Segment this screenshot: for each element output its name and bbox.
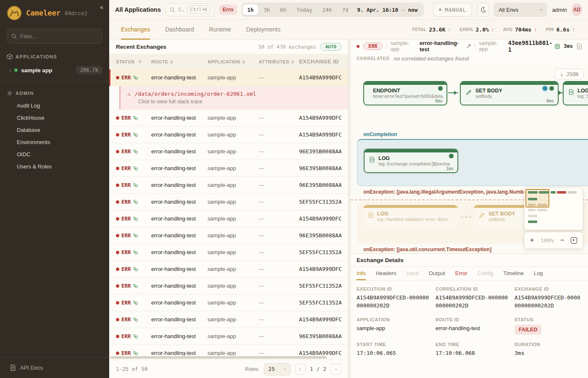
field-label: DURATION: [514, 342, 582, 347]
details-tab[interactable]: Headers: [376, 267, 396, 280]
trace-icon: [133, 75, 138, 80]
stats-bar: TOTAL 23.6K ↑ ERR% 2.0% ↑ AVG 704ms ↑ P9…: [412, 20, 576, 39]
route-flow-canvas[interactable]: ↓ JSON ENDPOINT timer:errorTest?period=5…: [351, 64, 588, 253]
download-json-button[interactable]: ↓ JSON: [555, 68, 584, 80]
table-row[interactable]: ERR error-handling-test sample-app — A15…: [109, 261, 348, 278]
table-row[interactable]: ERR error-handling-test sample-app — 5EF…: [109, 194, 348, 210]
details-tab[interactable]: Timeline: [503, 267, 524, 280]
exchange-id-cell: 5EF55FC31352A: [299, 199, 341, 205]
auto-refresh-badge[interactable]: AUTO: [320, 43, 342, 51]
chevron-right-icon[interactable]: ›: [9, 67, 11, 74]
zoom-out-button[interactable]: −: [560, 237, 564, 244]
environment-select[interactable]: All Envs ▾: [494, 3, 547, 17]
field-label: EXCHANGE ID: [514, 286, 582, 291]
debug-dot[interactable]: [543, 86, 547, 91]
stat-label: TOTAL: [412, 27, 426, 32]
fit-view-button[interactable]: [571, 237, 577, 244]
table-row[interactable]: ERR error-handling-test sample-app — 96E…: [109, 160, 348, 177]
column-status[interactable]: STATUS⇅: [116, 59, 151, 64]
nav-tab[interactable]: Dashboard: [165, 20, 194, 39]
detail-field: EXECUTION ID A154B9A999DFCED-00000000000…: [357, 286, 436, 310]
detail-route[interactable]: error-handling-test: [420, 40, 471, 52]
column-attributes[interactable]: ATTRIBUTES⇅: [259, 59, 299, 64]
table-row[interactable]: ERR error-handling-test sample-app — A15…: [109, 110, 348, 126]
api-docs-link[interactable]: API Docs: [0, 357, 109, 378]
dark-mode-toggle[interactable]: [477, 3, 489, 17]
details-tab[interactable]: Error: [455, 267, 467, 280]
nav-tab[interactable]: Runtime: [209, 20, 231, 39]
document-icon[interactable]: [577, 43, 582, 50]
avatar[interactable]: AD: [572, 3, 582, 16]
scrollbar-thumb[interactable]: [110, 356, 327, 359]
zoom-in-button[interactable]: +: [530, 237, 534, 244]
time-range-button[interactable]: 3h: [259, 5, 275, 15]
collapse-sidebar-icon[interactable]: «: [100, 3, 103, 10]
node-title: ENDPOINT: [373, 88, 443, 94]
table-row[interactable]: ERR error-handling-test sample-app — A15…: [109, 126, 348, 143]
sidebar-admin-item[interactable]: Environments: [0, 136, 109, 148]
table-row-selected[interactable]: ERR error-handling-test sample-app — A15…: [109, 69, 348, 86]
time-range-button[interactable]: 24h: [318, 5, 337, 15]
column-exchange-id[interactable]: EXCHANGE ID: [299, 58, 341, 65]
time-range-button[interactable]: 7d: [337, 5, 353, 15]
time-range-button[interactable]: 1h: [243, 5, 258, 15]
table-row[interactable]: ERR error-handling-test sample-app — 96E…: [109, 143, 348, 160]
column-application[interactable]: APPLICATION⇅: [207, 59, 259, 64]
trace-icon: [133, 149, 138, 154]
sidebar-admin-item[interactable]: Audit Log: [0, 100, 109, 112]
table-row[interactable]: ERR error-handling-test sample-app — 5EF…: [109, 244, 348, 261]
sidebar-admin-item[interactable]: OIDC: [0, 148, 109, 160]
horizontal-scrollbar[interactable]: [109, 356, 348, 360]
table-row[interactable]: ERR error-handling-test sample-app — A15…: [109, 311, 348, 328]
table-row[interactable]: ERR error-handling-test sample-app — A15…: [109, 210, 348, 227]
column-route[interactable]: ROUTE⇅: [151, 59, 207, 64]
flow-node-log[interactable]: LOG log: Sta: [563, 81, 588, 105]
global-search[interactable]: S… Ctrl+K: [165, 3, 215, 16]
table-row[interactable]: ERR error-handling-test sample-app — A15…: [109, 345, 348, 356]
details-tab[interactable]: Info: [357, 267, 366, 280]
details-tab[interactable]: Input: [407, 267, 419, 280]
field-label: END TIME: [436, 342, 514, 347]
rows-per-page-select[interactable]: 25 ▾: [264, 363, 291, 375]
exchanges-panel-header: Recent Exchanges 50 of 470 exchanges AUT…: [109, 40, 348, 54]
flow-node-completion-log[interactable]: LOG log: Exchange completed [${exchan 1m…: [364, 149, 458, 173]
table-row[interactable]: ERR error-handling-test sample-app — 96E…: [109, 227, 348, 244]
next-page-button[interactable]: ›: [331, 364, 341, 375]
field-label: EXECUTION ID: [357, 286, 436, 291]
sidebar-admin-item[interactable]: ClickHouse: [0, 112, 109, 124]
time-range-button[interactable]: Today: [292, 5, 317, 15]
flow-node-endpoint[interactable]: ENDPOINT timer:errorTest?period=5000&del…: [363, 81, 447, 105]
stack-trace-preview[interactable]: ⚠ /data/orders/incoming/order-62061.xml …: [119, 86, 348, 110]
date-range[interactable]: 9. Apr. 16:10 – now: [354, 7, 423, 13]
details-tab[interactable]: Config: [478, 267, 494, 280]
attributes-cell: —: [259, 232, 299, 239]
table-row[interactable]: ERR error-handling-test sample-app — 96E…: [109, 177, 348, 194]
sidebar-admin-item[interactable]: Database: [0, 124, 109, 136]
status-badge: ERR: [363, 42, 383, 50]
nav-tab[interactable]: Exchanges: [121, 20, 150, 39]
details-tab[interactable]: Output: [429, 267, 445, 280]
error-filter-chip[interactable]: Erro: [219, 5, 237, 15]
detail-exchange-id[interactable]: 43ee9811b801-1: [508, 39, 560, 53]
error-dot: [116, 133, 119, 136]
prev-page-button[interactable]: ‹: [295, 364, 306, 375]
table-row[interactable]: ERR error-handling-test sample-app — 5EF…: [109, 294, 348, 311]
status-cell: ERR: [116, 115, 151, 121]
stat-item: TOTAL 23.6K ↑: [412, 26, 450, 33]
flow-node-set-body[interactable]: SET BODY setBody 0ms: [460, 81, 559, 105]
sidebar-filter[interactable]: [7, 29, 102, 44]
time-range-button[interactable]: 6h: [276, 5, 291, 15]
nav-tab[interactable]: Deployments: [246, 20, 281, 39]
attributes-cell: —: [259, 283, 299, 289]
sidebar-item-sample-app[interactable]: › sample app 206.7k: [0, 63, 109, 77]
divider: [0, 81, 109, 82]
row-range: 1-25 of 50: [116, 366, 147, 372]
table-row[interactable]: ERR error-handling-test sample-app — 96E…: [109, 328, 348, 345]
details-tab[interactable]: Log: [534, 267, 543, 280]
sidebar-admin-item[interactable]: Users & Roles: [0, 160, 109, 173]
flow-minimap[interactable]: [524, 187, 583, 230]
flow-node-exception-log[interactable]: LOG log: Handled validation error: ${exc…: [363, 205, 458, 228]
table-row[interactable]: ERR error-handling-test sample-app — 5EF…: [109, 278, 348, 294]
manual-refresh-button[interactable]: MANUAL: [433, 3, 472, 17]
filter-input[interactable]: [20, 33, 98, 39]
